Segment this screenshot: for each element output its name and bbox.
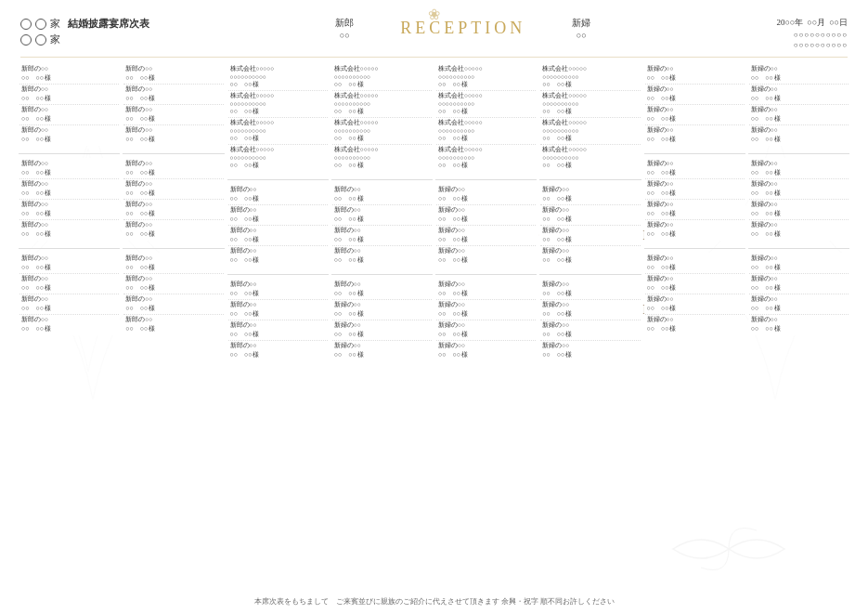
seat: 新婦の○○ ○○ ○○ 様 xyxy=(645,294,745,315)
col-5-company-c: 株式会社○○○○○ ○○○○○○○○○○ ○○ ○○ 様 株式会社○○○○○ ○… xyxy=(435,63,537,365)
header-left: 家 結婚披露宴席次表 家 xyxy=(20,17,149,46)
name: ○○ ○○ xyxy=(647,168,669,177)
s-company: 新郎の○○ xyxy=(21,316,117,324)
s-name: ○○ ○○ 様 xyxy=(230,215,326,224)
s-company: 新郎の○○ xyxy=(125,160,221,168)
s-name: ○○ ○○ 様 xyxy=(438,289,534,298)
seat-i2: 新郎の○○ ○○ ○○ 様 xyxy=(19,274,119,294)
s-company: 新婦の○○ xyxy=(438,227,534,235)
s-company: 新婦の○○ xyxy=(751,201,847,209)
sama: 様 xyxy=(565,236,572,244)
seat-e4: 新郎の○○ ○○ ○○ 様 xyxy=(19,220,119,240)
divider xyxy=(435,274,537,275)
s-company: ○○○○○○○○○○ xyxy=(438,127,534,134)
seat: 株式会社○○○○○ ○○○○○○○○○○ ○○ ○○ 様 xyxy=(436,91,536,118)
name: ○○ ○○ xyxy=(21,168,44,177)
s-company: 新郎の○○ xyxy=(21,106,117,114)
name: ○○ ○○ xyxy=(751,73,773,83)
seat: 新婦の○○ ○○ ○○ 様 xyxy=(332,341,432,360)
seat-a3: 新郎の○○ ○○ ○○ 様 xyxy=(19,105,119,125)
name: ○○ ○○ xyxy=(438,215,460,224)
name: ○○ ○○ xyxy=(21,114,44,124)
s-company: 新婦の○○ xyxy=(647,85,743,94)
circle-3 xyxy=(20,34,32,46)
seat-e3: 新郎の○○ ○○ ○○ 様 xyxy=(19,200,119,220)
s-name: ○○ ○○ 様 xyxy=(438,255,534,265)
s-company: 新婦の○○ xyxy=(542,186,638,194)
s-name: ○○ ○○ 様 xyxy=(125,73,221,83)
s-name: ○○ ○○ 様 xyxy=(438,350,534,359)
name: ○○ ○○ xyxy=(125,168,148,177)
s-company: 新郎の○○ xyxy=(334,281,430,289)
s-name: ○○ ○○ 様 xyxy=(438,80,534,89)
name: ○○ ○○ xyxy=(751,209,773,218)
s-name: ○○ ○○ 様 xyxy=(21,135,117,144)
s-name: ○○ ○○ 様 xyxy=(438,107,534,116)
s-company: 新郎の○○ xyxy=(230,301,326,309)
s-name: ○○ ○○ 様 xyxy=(230,330,326,339)
name: ○○ ○○ xyxy=(647,229,669,239)
sama: 様 xyxy=(149,264,155,272)
sama: 様 xyxy=(669,325,676,333)
sama: 様 xyxy=(45,74,51,83)
name: ○○ ○○ xyxy=(230,255,253,265)
seat: 新郎の○○ ○○ ○○ 様 xyxy=(228,341,328,360)
s-name: ○○ ○○ 様 xyxy=(334,255,430,265)
s-company: 新郎の○○ xyxy=(334,186,430,194)
s-company: 株式会社○○○○○ xyxy=(334,119,430,127)
s-name: ○○ ○○ 様 xyxy=(647,304,743,313)
seat: 株式会社○○○○○ ○○○○○○○○○○ ○○ ○○ 様 xyxy=(228,145,328,171)
name: ○○ ○○ xyxy=(438,134,460,143)
s-name: ○○ ○○ 様 xyxy=(334,194,430,203)
s-company: ○○○○○○○○○○ xyxy=(230,73,326,80)
sama: 様 xyxy=(669,115,676,124)
sama: 様 xyxy=(253,108,259,116)
header-center: 新郎 ○○ RECEPTION 新婦 ○○ xyxy=(149,17,776,40)
name: ○○ ○○ xyxy=(334,235,356,244)
name: ○○ ○○ xyxy=(334,289,356,298)
s-company: ○○○○○○○○○○ xyxy=(334,73,430,80)
name: ○○ ○○ xyxy=(438,350,460,359)
s-name: ○○ ○○ 様 xyxy=(334,215,430,224)
s-name: ○○ ○○ 様 xyxy=(647,73,743,83)
seat: 新郎の○○ ○○ ○○ 様 xyxy=(123,315,223,334)
s-company: 株式会社○○○○○ xyxy=(230,65,326,73)
s-name: ○○ ○○ 様 xyxy=(647,229,743,239)
s-company: 株式会社○○○○○ xyxy=(438,119,534,127)
seat: 新婦の○○ ○○ ○○ 様 xyxy=(749,220,849,240)
seat: 新郎の○○ ○○ ○○ 様 xyxy=(123,105,223,125)
seat: 新郎の○○ ○○ ○○ 様 xyxy=(228,205,328,226)
table-h-col: 新婦の○○ ○○ ○○ 様 新婦の○○ ○○ ○○ 様 xyxy=(539,184,641,267)
s-company: 新郎の○○ xyxy=(230,206,326,215)
name: ○○ ○○ xyxy=(542,80,564,89)
seat: 新婦の○○ ○○ ○○ 様 xyxy=(436,300,536,320)
sama: 様 xyxy=(149,95,155,103)
sama: 様 xyxy=(357,108,364,116)
s-name: ○○ ○○ 様 xyxy=(647,283,743,293)
sama: 様 xyxy=(149,325,155,333)
name: ○○ ○○ xyxy=(334,330,356,339)
s-company: 株式会社○○○○○ xyxy=(438,146,534,154)
s-company: 新郎の○○ xyxy=(21,295,117,304)
s-name: ○○ ○○ 様 xyxy=(334,289,430,298)
s-name: ○○ ○○ 様 xyxy=(647,263,743,272)
sama: 様 xyxy=(149,230,155,239)
s-name: ○○ ○○ 様 xyxy=(21,263,117,272)
s-company: 新婦の○○ xyxy=(647,201,743,209)
table-b-company: 株式会社○○○○○ ○○○○○○○○○○ ○○ ○○ 様 株式会社○○○○○ ○… xyxy=(331,63,433,172)
table-g-col: 新婦の○○ ○○ ○○ 様 新婦の○○ ○○ ○○ 様 xyxy=(435,184,537,267)
table-k-bride2: 新婦の○○ ○○ ○○ 様 新婦の○○ ○○ ○○ 様 xyxy=(748,253,849,335)
seat: 株式会社○○○○○ ○○○○○○○○○○ ○○ ○○ 様 xyxy=(436,118,536,145)
s-name: ○○ ○○ 様 xyxy=(21,209,117,218)
sama: 様 xyxy=(461,351,468,359)
sama: 様 xyxy=(357,290,364,298)
date-month: ○○月 xyxy=(807,17,825,29)
sama: 様 xyxy=(45,230,51,239)
s-company: 新郎の○○ xyxy=(230,281,326,289)
seat: 新婦の○○ ○○ ○○ 様 xyxy=(540,185,640,205)
s-company: 新郎の○○ xyxy=(230,227,326,235)
sama: 様 xyxy=(357,81,364,89)
s-company: 新郎の○○ xyxy=(125,180,221,189)
s-company: 新郎の○○ xyxy=(125,126,221,135)
sama: 様 xyxy=(149,74,155,83)
